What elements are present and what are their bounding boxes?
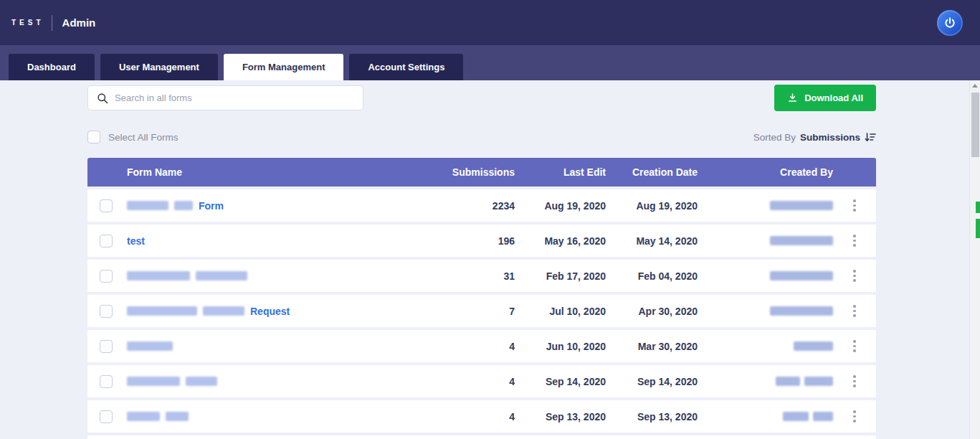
creation-date: Mar 30, 2020 <box>606 341 698 352</box>
scrollbar-thumb[interactable] <box>971 93 979 157</box>
row-checkbox[interactable] <box>100 305 113 318</box>
col-form-name: Form Name <box>125 166 429 178</box>
form-name-link[interactable]: Form <box>125 200 429 212</box>
redacted-text <box>770 306 833 316</box>
row-menu-icon[interactable] <box>850 267 859 285</box>
table-row-partial <box>87 435 876 439</box>
col-creation-date: Creation Date <box>606 166 698 178</box>
power-logo-icon[interactable] <box>937 10 963 36</box>
submissions-count: 4 <box>429 411 515 423</box>
form-name-link[interactable]: Request <box>125 306 429 317</box>
table-header: Form Name Submissions Last Edit Creation… <box>87 158 876 187</box>
last-edit-date: Sep 13, 2020 <box>515 411 606 423</box>
redacted-text <box>127 412 160 421</box>
row-menu-icon[interactable] <box>850 302 859 320</box>
row-checkbox[interactable] <box>100 270 113 283</box>
app-root: TEST Admin Dashboard User Management For… <box>0 0 980 439</box>
list-controls: Select All Forms Sorted By Submissions <box>87 131 876 143</box>
created-by <box>698 236 833 245</box>
search-box[interactable] <box>87 85 363 110</box>
creation-date: Apr 30, 2020 <box>606 306 698 317</box>
row-checkbox[interactable] <box>100 199 113 212</box>
toolbar: Download All <box>87 85 876 111</box>
row-menu-icon[interactable] <box>850 407 859 425</box>
redacted-text <box>127 341 173 351</box>
created-by <box>698 201 833 210</box>
creation-date: Sep 14, 2020 <box>606 376 698 387</box>
download-all-label: Download All <box>804 93 863 103</box>
col-created-by: Created By <box>698 166 833 178</box>
header-divider <box>52 15 52 31</box>
form-name-link[interactable] <box>125 271 429 280</box>
download-all-button[interactable]: Download All <box>774 85 876 111</box>
tab-account-settings[interactable]: Account Settings <box>349 54 463 80</box>
search-input[interactable] <box>115 93 354 103</box>
table-row: test196May 16, 2020May 14, 2020 <box>87 225 876 257</box>
created-by <box>698 271 833 280</box>
redacted-text <box>127 306 197 316</box>
redacted-text <box>203 306 244 316</box>
row-menu-icon[interactable] <box>850 232 859 250</box>
form-name-link[interactable] <box>125 412 429 421</box>
table-row: 4Sep 13, 2020Sep 13, 2020 <box>87 400 876 433</box>
redacted-text <box>770 201 833 210</box>
edge-artifact <box>976 202 980 213</box>
form-name-link[interactable]: test <box>125 235 429 247</box>
tab-form-management[interactable]: Form Management <box>224 54 344 80</box>
page-title: Admin <box>62 16 96 29</box>
select-all-label: Select All Forms <box>108 132 179 143</box>
created-by <box>698 306 833 316</box>
row-checkbox[interactable] <box>100 410 113 423</box>
form-name-text: Form <box>199 200 224 212</box>
redacted-text <box>804 377 833 386</box>
last-edit-date: May 16, 2020 <box>515 235 606 247</box>
creation-date: Feb 04, 2020 <box>606 270 698 282</box>
sorted-by-control[interactable]: Sorted By Submissions <box>753 132 876 143</box>
last-edit-date: Jun 10, 2020 <box>515 341 606 352</box>
select-all-checkbox[interactable] <box>87 131 100 143</box>
redacted-text <box>174 201 193 210</box>
row-checkbox[interactable] <box>100 375 113 388</box>
last-edit-date: Jul 10, 2020 <box>515 306 606 317</box>
redacted-text <box>127 271 190 280</box>
redacted-text <box>770 271 833 280</box>
row-menu-icon[interactable] <box>850 337 859 355</box>
col-submissions: Submissions <box>429 166 515 178</box>
table-row: Form2234Aug 19, 2020Aug 19, 2020 <box>87 189 876 222</box>
row-menu-icon[interactable] <box>850 197 859 214</box>
form-name-text: Request <box>250 306 290 317</box>
sort-descending-icon <box>865 132 876 143</box>
form-name-link[interactable] <box>125 377 429 386</box>
submissions-count: 4 <box>429 376 515 387</box>
last-edit-date: Aug 19, 2020 <box>515 200 606 212</box>
creation-date: Aug 19, 2020 <box>606 200 698 212</box>
form-name-link[interactable] <box>125 341 429 351</box>
tab-bar: Dashboard User Management Form Managemen… <box>0 45 980 80</box>
submissions-count: 196 <box>429 235 515 247</box>
forms-table: Form Name Submissions Last Edit Creation… <box>87 158 876 439</box>
download-icon <box>787 93 798 103</box>
last-edit-date: Feb 17, 2020 <box>515 270 606 282</box>
scrollbar[interactable] <box>969 80 980 439</box>
redacted-text <box>166 412 189 421</box>
row-menu-icon[interactable] <box>850 372 859 390</box>
table-row: 4Sep 14, 2020Sep 14, 2020 <box>87 365 876 397</box>
creation-date: Sep 13, 2020 <box>606 411 698 423</box>
created-by <box>698 377 833 386</box>
row-checkbox[interactable] <box>100 340 113 353</box>
submissions-count: 31 <box>429 270 515 282</box>
select-all-group: Select All Forms <box>87 131 179 143</box>
col-last-edit: Last Edit <box>515 166 606 178</box>
tab-user-management[interactable]: User Management <box>100 54 218 80</box>
redacted-text <box>770 236 833 245</box>
submissions-count: 2234 <box>429 200 515 212</box>
content-area: Download All Select All Forms Sorted By … <box>0 80 980 439</box>
scroll-up-arrow-icon[interactable] <box>970 80 980 91</box>
tab-dashboard[interactable]: Dashboard <box>9 54 95 80</box>
row-checkbox[interactable] <box>100 235 113 247</box>
brand-logo: TEST <box>11 19 44 27</box>
redacted-text <box>127 201 168 210</box>
redacted-text <box>783 412 809 421</box>
created-by <box>698 412 833 421</box>
table-row: 4Jun 10, 2020Mar 30, 2020 <box>87 330 876 362</box>
